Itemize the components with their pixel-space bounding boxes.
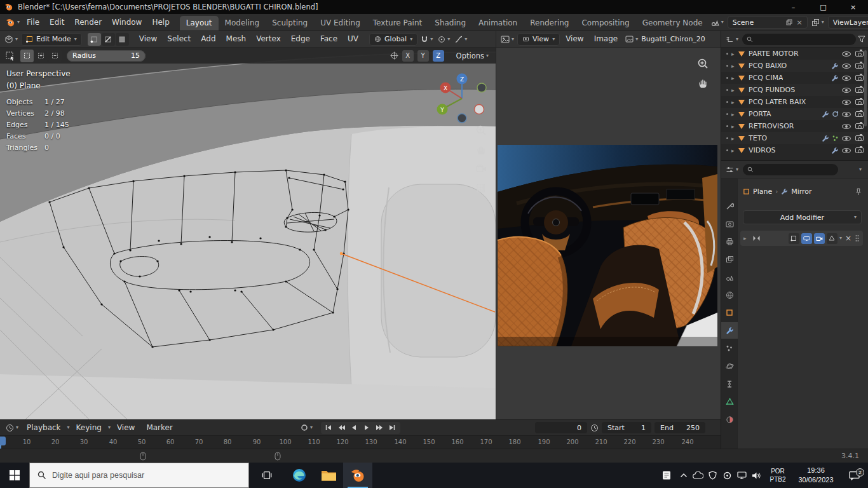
expand-arrow-icon[interactable]: ▸	[731, 63, 738, 69]
select-subtract-button[interactable]	[48, 50, 62, 62]
hide-eye-icon[interactable]	[842, 99, 851, 105]
vp-menu-select[interactable]: Select	[163, 31, 195, 47]
gizmo-negative-x-ball[interactable]	[475, 105, 484, 114]
pan-button[interactable]	[696, 76, 710, 90]
active-tool-icon[interactable]	[5, 51, 15, 61]
editor-type-button[interactable]: ▾	[724, 163, 740, 176]
select-mode-face-button[interactable]	[116, 33, 129, 46]
outliner-search[interactable]	[742, 34, 856, 45]
hide-eye-icon[interactable]	[842, 135, 851, 142]
jump-to-start-button[interactable]	[323, 423, 335, 433]
vp-menu-face[interactable]: Face	[316, 31, 342, 47]
onedrive-tray-icon[interactable]	[691, 463, 705, 488]
previous-keyframe-button[interactable]	[336, 423, 348, 433]
add-modifier-button[interactable]: Add Modifier ▾	[743, 210, 862, 224]
expand-arrow-icon[interactable]: ▸	[731, 51, 738, 57]
taskbar-app-blender[interactable]	[343, 463, 372, 488]
tab-render[interactable]	[721, 215, 738, 232]
outliner-row-pcq-fundos[interactable]: ▸ PCQ FUNDOS	[721, 84, 868, 96]
radius-slider[interactable]: Radius 15	[67, 50, 146, 62]
select-mode-edge-button[interactable]	[102, 33, 115, 46]
tab-physics[interactable]	[721, 358, 738, 374]
tab-material[interactable]	[721, 411, 738, 428]
proportional-options-chevron[interactable]: ▾	[447, 37, 450, 42]
scene-browse-button[interactable]: ▾	[709, 16, 726, 29]
start-button[interactable]	[0, 463, 29, 488]
hide-eye-icon[interactable]	[842, 123, 851, 130]
render-visibility-icon[interactable]	[855, 147, 864, 153]
expand-arrow-icon[interactable]: ▸	[731, 135, 738, 142]
close-button[interactable]: ×	[838, 0, 868, 14]
gizmo-negative-y-ball[interactable]	[477, 83, 486, 92]
image-name[interactable]: Bugatti_Chiron_20	[641, 35, 705, 43]
tab-modeling[interactable]: Modeling	[219, 16, 266, 30]
render-visibility-icon[interactable]	[855, 51, 864, 57]
outliner-row-pcq-later-baix[interactable]: ▸ PCQ LATER BAIX	[721, 96, 868, 108]
editor-type-button[interactable]: ▾	[499, 33, 516, 46]
hide-eye-icon[interactable]	[842, 51, 851, 57]
tab-uv-editing[interactable]: UV Editing	[314, 16, 367, 30]
action-center-button[interactable]: 2	[840, 471, 868, 480]
blender-menu-button[interactable]: ▾	[4, 16, 22, 29]
select-extend-button[interactable]	[34, 50, 48, 62]
tl-menu-playback[interactable]: Playback	[22, 419, 66, 436]
status-tray-icon[interactable]	[720, 463, 735, 488]
navigation-gizmo[interactable]: Z X Y	[435, 71, 489, 126]
render-visibility-icon[interactable]	[855, 87, 864, 93]
outliner-scrollbar[interactable]	[864, 50, 867, 126]
tab-particles[interactable]	[721, 340, 738, 356]
vp-menu-mesh[interactable]: Mesh	[222, 31, 251, 47]
render-visibility-icon[interactable]	[855, 75, 864, 81]
tab-modifiers[interactable]	[721, 322, 738, 339]
expand-arrow-icon[interactable]: ▸	[731, 123, 738, 130]
vp-menu-uv[interactable]: UV	[343, 31, 363, 47]
breadcrumb-modifier[interactable]: Mirror	[791, 187, 811, 196]
copy-icon[interactable]	[786, 19, 792, 25]
frame-start-field[interactable]: Start 1	[602, 422, 651, 433]
tab-object[interactable]	[721, 304, 738, 321]
playhead[interactable]	[0, 437, 6, 445]
modifier-close-icon[interactable]: ×	[844, 234, 853, 243]
expand-arrow-icon[interactable]: ▸	[731, 75, 738, 81]
properties-search[interactable]	[743, 164, 838, 175]
gizmo-negative-z-ball[interactable]	[458, 114, 466, 123]
editor-type-button[interactable]: ▾	[724, 33, 740, 46]
mode-dropdown[interactable]: Edit Mode ▾	[21, 33, 82, 46]
clock-icon[interactable]	[590, 424, 599, 432]
frame-end-field[interactable]: End 250	[654, 422, 705, 433]
play-button[interactable]	[361, 423, 373, 433]
camera-view-button[interactable]	[474, 161, 488, 175]
tab-output[interactable]	[721, 233, 738, 250]
network-tray-icon[interactable]	[735, 463, 749, 488]
ortho-toggle-button[interactable]	[474, 181, 488, 195]
expand-arrow-icon[interactable]: ▸	[731, 147, 738, 154]
zoom-button[interactable]	[474, 123, 488, 137]
taskbar-search-input[interactable]	[52, 471, 241, 480]
modifier-display-toggle[interactable]	[827, 233, 837, 244]
expand-arrow-icon[interactable]: ▸	[731, 111, 738, 118]
taskbar-search[interactable]	[29, 463, 249, 488]
hidden-icons-button[interactable]	[676, 463, 691, 488]
outliner-row-pcq-cima[interactable]: ▸ PCQ CIMA	[721, 72, 868, 84]
expand-arrow-icon[interactable]: ▸	[731, 87, 738, 93]
expand-arrow-icon[interactable]: ▸	[731, 99, 738, 105]
outliner-row-parte-motor[interactable]: ▸ PARTE MOTOR	[721, 48, 868, 60]
antivirus-tray-icon[interactable]	[705, 463, 720, 488]
maximize-button[interactable]: □	[808, 0, 838, 14]
zoom-button[interactable]	[696, 57, 710, 71]
menu-window[interactable]: Window	[107, 14, 147, 30]
play-reverse-button[interactable]	[348, 423, 360, 433]
tl-menu-marker[interactable]: Marker	[141, 419, 177, 436]
vp-menu-vertex[interactable]: Vertex	[252, 31, 285, 47]
snap-options-chevron[interactable]: ▾	[430, 37, 433, 42]
current-frame-field[interactable]: 0	[535, 422, 587, 433]
orientation-dropdown[interactable]: Global ▾	[369, 33, 417, 46]
editor-type-button[interactable]: ▾	[3, 33, 20, 46]
properties-options-chevron[interactable]: ▾	[859, 167, 862, 172]
tab-compositing[interactable]: Compositing	[575, 16, 635, 30]
menu-file[interactable]: File	[22, 14, 44, 30]
tab-object-data[interactable]	[721, 393, 738, 410]
modifier-realtime-toggle[interactable]	[801, 233, 812, 244]
vp-menu-view[interactable]: View	[135, 31, 161, 47]
language-indicator[interactable]: POR PTB2	[764, 467, 792, 484]
